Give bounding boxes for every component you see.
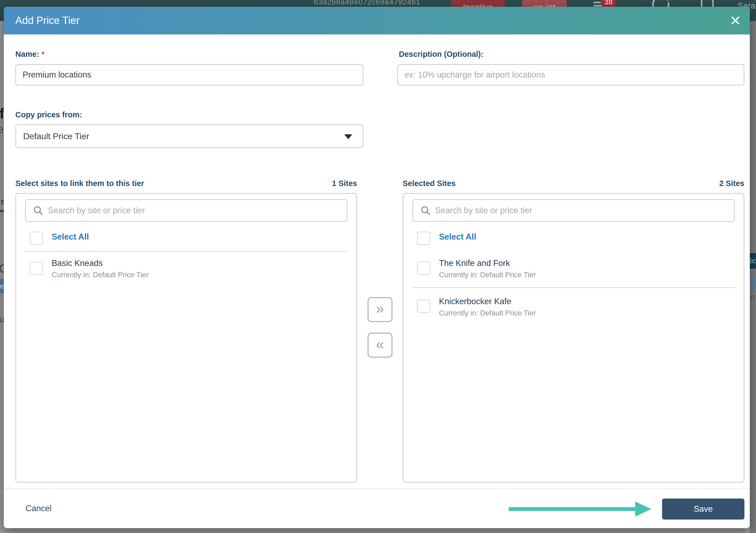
background-fragment: f: [0, 105, 4, 122]
selected-search-input[interactable]: [435, 206, 732, 216]
site-name: The Knife and Fork: [439, 258, 510, 268]
background-fragment: rs: [0, 197, 4, 207]
background-tab-underline: [0, 210, 4, 212]
save-button[interactable]: Save: [662, 498, 744, 519]
footer-divider: [4, 488, 750, 489]
move-right-button[interactable]: »: [368, 297, 392, 322]
background-fragment: e: [0, 124, 4, 135]
required-asterisk: *: [41, 50, 44, 58]
add-price-tier-dialog: Add Price Tier ✕ Name: * Description (Op…: [4, 7, 750, 528]
selected-search-box: [412, 199, 735, 222]
double-chevron-right-icon: »: [376, 301, 384, 316]
site-checkbox[interactable]: [417, 262, 430, 275]
selected-sites-panel: Select All The Knife and Fork Currently …: [403, 193, 744, 483]
background-left-edge: f e rs C e u: [0, 21, 4, 533]
background-button-fragment: e: [0, 279, 4, 294]
divider: [25, 251, 347, 252]
site-current-tier: Currently in: Default Price Tier: [439, 309, 536, 317]
copy-prices-label: Copy prices from:: [15, 110, 82, 119]
available-search-input[interactable]: [47, 206, 344, 216]
select-caret-icon: [344, 134, 352, 139]
site-name: Basic Kneads: [52, 258, 103, 268]
name-input[interactable]: [15, 64, 363, 86]
arrow-shaft: [509, 507, 636, 511]
selected-sites-count: 2 Sites: [671, 179, 744, 188]
available-select-all-label[interactable]: Select All: [52, 232, 89, 242]
site-current-tier: Currently in: Default Price Tier: [439, 271, 536, 279]
available-panel-heading: Select sites to link them to this tier: [15, 179, 144, 188]
annotation-arrow: [509, 501, 651, 517]
search-icon: [33, 205, 43, 216]
background-block-fragment: [750, 277, 756, 290]
divider: [412, 287, 735, 288]
site-name: Knickerbocker Kafe: [439, 297, 511, 306]
arrow-head-icon: [635, 501, 651, 517]
background-fragment: C: [0, 262, 4, 275]
selected-select-all-label[interactable]: Select All: [439, 232, 476, 242]
background-chip-fragment: ic: [750, 253, 756, 269]
background-fragment: u: [0, 314, 4, 324]
search-icon: [420, 205, 431, 216]
description-input[interactable]: [397, 64, 744, 86]
description-label: Description (Optional):: [399, 50, 483, 59]
selected-select-all-checkbox[interactable]: [417, 232, 430, 245]
site-checkbox[interactable]: [30, 262, 43, 275]
dialog-title: Add Price Tier: [15, 7, 80, 35]
chevron-down-icon: [663, 1, 670, 5]
move-left-button[interactable]: «: [368, 333, 392, 357]
available-sites-count: 1 Sites: [284, 179, 357, 188]
available-sites-panel: Select All Basic Kneads Currently in: De…: [15, 193, 357, 483]
name-label: Name: *: [15, 50, 44, 59]
site-current-tier: Currently in: Default Price Tier: [52, 271, 148, 279]
double-chevron-left-icon: «: [376, 337, 384, 351]
site-checkbox[interactable]: [417, 299, 430, 313]
available-select-all-checkbox[interactable]: [30, 232, 43, 245]
cancel-button[interactable]: Cancel: [26, 504, 52, 513]
background-right-edge: ic n: [750, 21, 756, 533]
available-search-box: [25, 199, 347, 222]
selected-panel-heading: Selected Sites: [403, 179, 456, 188]
copy-prices-select[interactable]: Default Price Tier: [15, 125, 363, 148]
close-icon[interactable]: ✕: [729, 7, 741, 35]
record-id-text: 63a2b8a48e072c69a47924b1: [314, 0, 420, 7]
copy-prices-selected-value: Default Price Tier: [23, 131, 89, 141]
background-fragment: n: [750, 292, 755, 301]
dialog-header: Add Price Tier ✕: [4, 7, 750, 35]
